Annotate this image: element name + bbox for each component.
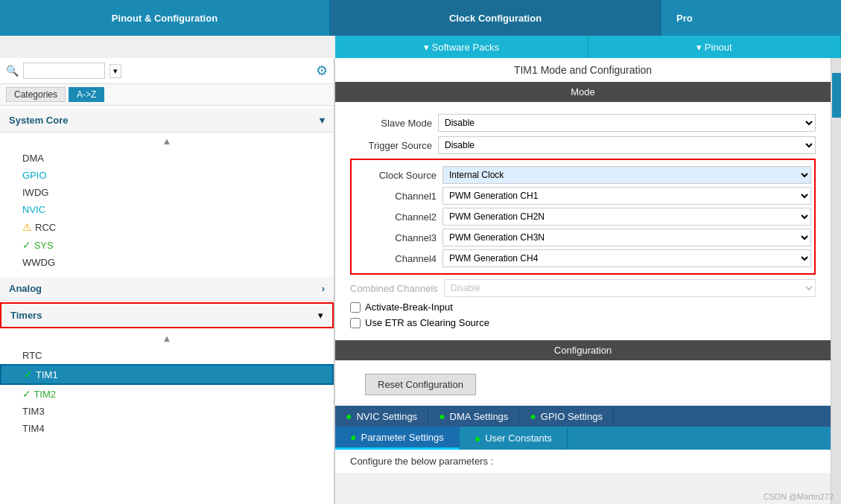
- dma-settings-tab[interactable]: ● DMA Settings: [428, 406, 519, 427]
- channel1-select[interactable]: PWM Generation CH1: [442, 187, 811, 205]
- software-packs-tab[interactable]: ▾ Software Packs: [335, 36, 588, 58]
- nav-item-gpio[interactable]: GPIO: [0, 167, 334, 184]
- channel1-row: Channel1 PWM Generation CH1: [352, 187, 814, 205]
- nav-section-system-core[interactable]: System Core ▾: [0, 109, 334, 133]
- check-icon-sys: ✓: [22, 239, 31, 251]
- channel1-label: Channel1: [355, 191, 437, 202]
- software-packs-label: Software Packs: [432, 42, 499, 53]
- channel3-label: Channel3: [355, 232, 437, 243]
- nav-up-arrow-2[interactable]: ▲: [0, 330, 334, 347]
- nav-item-sys[interactable]: ✓ SYS: [0, 236, 334, 254]
- channel4-select[interactable]: PWM Generation CH4: [442, 249, 811, 267]
- nav-item-iwdg[interactable]: IWDG: [0, 184, 334, 201]
- project-header[interactable]: Pro: [661, 0, 841, 36]
- check-icon-tim2: ✓: [22, 388, 31, 400]
- user-tab-label: User Constants: [485, 433, 552, 444]
- reset-area: Reset Configuration: [335, 360, 831, 406]
- use-etr-label: Use ETR as Clearing Source: [365, 317, 489, 328]
- clock-config-header[interactable]: Clock Configuration: [331, 0, 661, 36]
- channel2-label: Channel2: [355, 211, 437, 223]
- use-etr-checkbox[interactable]: [350, 318, 361, 328]
- nav-item-dma[interactable]: DMA: [0, 150, 334, 167]
- search-bar: 🔍 ▾ ⚙: [0, 58, 334, 84]
- chevron-down-icon-timers: ▾: [318, 310, 323, 321]
- nav-item-nvic[interactable]: NVIC: [0, 201, 334, 218]
- system-core-label: System Core: [9, 115, 68, 126]
- sub-header: ▾ Software Packs ▾ Pinout: [335, 36, 841, 58]
- activate-break-checkbox[interactable]: [350, 302, 361, 313]
- nav-item-tim1-selected[interactable]: ✓ TIM1: [0, 364, 334, 385]
- dma-tab-label: DMA Settings: [450, 411, 509, 422]
- right-panel: TIM1 Mode and Configuration Mode Slave M…: [335, 58, 831, 504]
- gpio-tab-label: GPIO Settings: [541, 411, 603, 422]
- pinout-label: Pinout: [705, 42, 732, 53]
- pinout-tab[interactable]: ▾ Pinout: [588, 36, 842, 58]
- chevron-down-icon-2: ▾: [696, 42, 702, 53]
- red-border-group: Clock Source Internal Clock Channel1 PWM…: [350, 159, 816, 275]
- channel4-label: Channel4: [355, 253, 437, 264]
- watermark: CSDN @Martin272: [764, 492, 834, 501]
- top-header: Pinout & Configuration Clock Configurati…: [0, 0, 841, 36]
- channel4-row: Channel4 PWM Generation CH4: [352, 249, 814, 267]
- params-info: Configure the below parameters :: [335, 450, 831, 473]
- reset-config-button[interactable]: Reset Configuration: [365, 374, 476, 395]
- tab-bar: Categories A->Z: [0, 84, 334, 106]
- check-icon-user: ●: [475, 433, 480, 444]
- user-constants-tab[interactable]: ● User Constants: [460, 427, 568, 450]
- search-icon: 🔍: [6, 65, 19, 77]
- slave-mode-row: Slave Mode Disable: [350, 114, 816, 132]
- clock-source-select[interactable]: Internal Clock: [442, 166, 811, 184]
- combined-channels-label: Combined Channels: [350, 283, 438, 294]
- scrollbar[interactable]: [831, 58, 841, 504]
- clock-config-label: Clock Configuration: [449, 13, 542, 24]
- pinout-config-header[interactable]: Pinout & Configuration: [0, 0, 331, 36]
- gpio-settings-tab[interactable]: ● GPIO Settings: [519, 406, 614, 427]
- trigger-source-select[interactable]: Disable: [438, 136, 816, 154]
- panel-title: TIM1 Mode and Configuration: [335, 58, 831, 82]
- combined-channels-select[interactable]: Disable: [444, 279, 816, 297]
- nav-item-rcc[interactable]: ⚠ RCC: [0, 218, 334, 236]
- pinout-config-label: Pinout & Configuration: [112, 13, 218, 24]
- left-panel: 🔍 ▾ ⚙ Categories A->Z System Core ▾ ▲ DM…: [0, 58, 335, 504]
- nav-item-tim3[interactable]: TIM3: [0, 403, 334, 420]
- chevron-down-icon: ▾: [424, 42, 429, 53]
- slave-mode-select[interactable]: Disable: [438, 114, 816, 132]
- clock-source-label: Clock Source: [355, 170, 437, 181]
- nav-item-rtc[interactable]: RTC: [0, 347, 334, 364]
- combined-channels-row: Combined Channels Disable: [350, 279, 816, 297]
- activate-break-label: Activate-Break-Input: [365, 302, 453, 313]
- nav-section-timers[interactable]: Timers ▾: [0, 302, 334, 328]
- chevron-down-icon-nav: ▾: [320, 115, 325, 126]
- nav-section-analog[interactable]: Analog ›: [0, 277, 334, 301]
- nav-item-wwdg[interactable]: WWDG: [0, 254, 334, 271]
- nvic-tab-label: NVIC Settings: [356, 411, 417, 422]
- param-tab-label: Parameter Settings: [361, 432, 443, 443]
- search-dropdown-button[interactable]: ▾: [110, 64, 121, 78]
- channel2-select[interactable]: PWM Generation CH2N: [442, 208, 811, 226]
- config-tabs-row2: ● Parameter Settings ● User Constants: [335, 427, 831, 450]
- nav-item-tim2[interactable]: ✓ TIM2: [0, 385, 334, 403]
- channel3-select[interactable]: PWM Generation CH3N: [442, 229, 811, 246]
- tab-categories[interactable]: Categories: [6, 87, 66, 102]
- mode-config-area: Slave Mode Disable Trigger Source Disabl…: [335, 102, 831, 340]
- trigger-source-row: Trigger Source Disable: [350, 136, 816, 154]
- right-container: TIM1 Mode and Configuration Mode Slave M…: [335, 58, 841, 504]
- check-icon-nvic: ●: [346, 410, 352, 422]
- gear-icon[interactable]: ⚙: [316, 63, 328, 79]
- chevron-right-icon: ›: [322, 283, 325, 294]
- scroll-thumb[interactable]: [832, 73, 841, 118]
- param-settings-tab[interactable]: ● Parameter Settings: [335, 427, 460, 450]
- check-icon-param: ●: [350, 431, 356, 443]
- slave-mode-label: Slave Mode: [350, 118, 432, 129]
- spacer1: [0, 271, 334, 277]
- mode-header: Mode: [335, 82, 831, 102]
- analog-label: Analog: [9, 283, 42, 294]
- check-icon-dma: ●: [439, 410, 445, 422]
- nvic-settings-tab[interactable]: ● NVIC Settings: [335, 406, 428, 427]
- nav-up-arrow[interactable]: ▲: [0, 133, 334, 150]
- nav-item-tim4[interactable]: TIM4: [0, 420, 334, 437]
- search-input[interactable]: [23, 63, 105, 79]
- project-label: Pro: [676, 13, 693, 24]
- tab-atoz[interactable]: A->Z: [69, 87, 104, 102]
- use-etr-row: Use ETR as Clearing Source: [350, 317, 816, 328]
